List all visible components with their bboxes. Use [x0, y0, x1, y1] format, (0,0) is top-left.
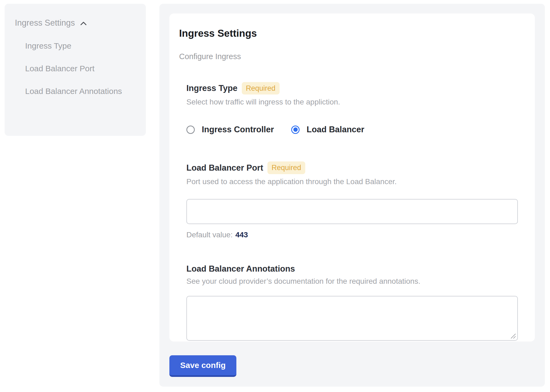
required-badge: Required — [267, 161, 305, 174]
sidebar-ingress-settings-label: Ingress Settings — [15, 18, 75, 28]
ingress-type-label-row: Ingress Type Required — [186, 82, 518, 94]
ingress-type-radio-group: Ingress Controller Load Balancer — [186, 125, 518, 134]
load-balancer-annotations-description: See your cloud provider’s documentation … — [186, 277, 518, 286]
required-badge: Required — [242, 82, 280, 94]
ingress-type-label: Ingress Type — [186, 83, 237, 93]
sidebar-item-load-balancer-port[interactable]: Load Balancer Port — [25, 61, 133, 76]
radio-option-ingress-controller[interactable]: Ingress Controller — [186, 125, 274, 134]
sidebar-subitems: Ingress Type Load Balancer Port Load Bal… — [15, 38, 135, 99]
main-panel: Ingress Settings Configure Ingress Ingre… — [159, 4, 545, 387]
load-balancer-annotations-label-row: Load Balancer Annotations — [186, 264, 518, 274]
load-balancer-annotations-label: Load Balancer Annotations — [186, 264, 295, 274]
load-balancer-annotations-textarea-wrap — [186, 296, 518, 341]
load-balancer-port-description: Port used to access the application thro… — [186, 177, 518, 186]
page-title: Ingress Settings — [179, 28, 525, 39]
ingress-type-section: Ingress Type Required Select how traffic… — [186, 82, 518, 134]
ingress-settings-card: Ingress Settings Configure Ingress Ingre… — [169, 13, 535, 342]
default-value-line: Default value:443 — [186, 231, 518, 239]
radio-label-load-balancer: Load Balancer — [307, 125, 364, 134]
resize-handle-icon[interactable] — [510, 333, 516, 339]
load-balancer-annotations-section: Load Balancer Annotations See your cloud… — [186, 264, 518, 341]
radio-option-load-balancer[interactable]: Load Balancer — [291, 125, 364, 134]
default-value-label: Default value: — [186, 231, 233, 239]
page-subtitle: Configure Ingress — [179, 52, 525, 61]
load-balancer-port-label: Load Balancer Port — [186, 163, 263, 173]
sidebar-item-load-balancer-annotations[interactable]: Load Balancer Annotations — [25, 83, 133, 99]
save-config-button[interactable]: Save config — [169, 355, 236, 377]
load-balancer-port-label-row: Load Balancer Port Required — [186, 161, 518, 174]
sidebar-item-ingress-settings[interactable]: Ingress Settings — [15, 18, 135, 28]
load-balancer-port-section: Load Balancer Port Required Port used to… — [186, 161, 518, 239]
chevron-up-icon — [79, 19, 88, 28]
load-balancer-annotations-textarea[interactable] — [186, 296, 518, 341]
settings-nav-sidebar: Ingress Settings Ingress Type Load Balan… — [5, 4, 146, 136]
ingress-type-description: Select how traffic will ingress to the a… — [186, 98, 518, 106]
sidebar-item-ingress-type[interactable]: Ingress Type — [25, 38, 133, 54]
default-value: 443 — [235, 231, 248, 239]
radio-icon[interactable] — [186, 126, 195, 134]
radio-label-ingress-controller: Ingress Controller — [202, 125, 274, 134]
load-balancer-port-input[interactable] — [186, 199, 518, 224]
radio-icon[interactable] — [291, 126, 300, 134]
